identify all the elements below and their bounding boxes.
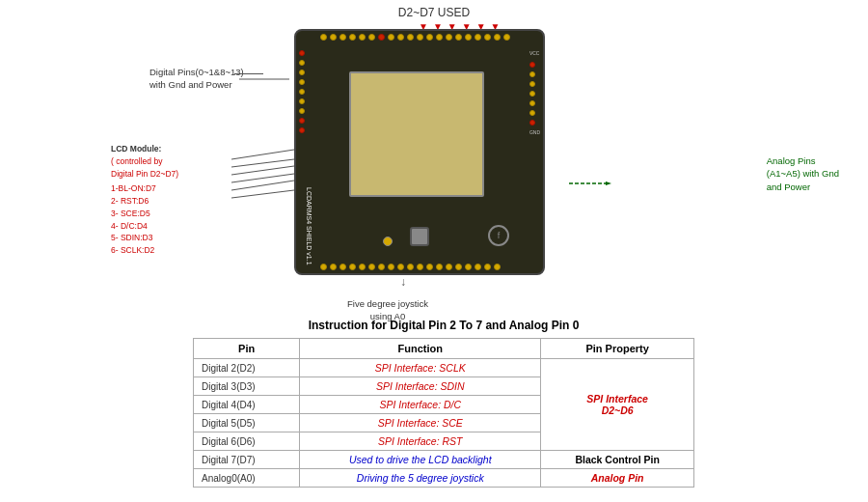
col-header-property: Pin Property [541, 339, 694, 359]
pin-top-17 [475, 34, 481, 41]
pin-bot-10 [407, 264, 414, 270]
pin-bot-6 [368, 264, 375, 270]
pin-top-5 [359, 34, 366, 41]
lcd-screen [349, 71, 484, 197]
pin-bot-1 [320, 264, 327, 270]
table-row: Digital 7(D7) Used to drive the LCD back… [194, 451, 694, 469]
func-d3: SPI Interface: SDIN [300, 377, 541, 396]
pin-left-vcc [299, 127, 305, 133]
pin-bot-18 [484, 264, 491, 270]
table-row: Analog0(A0) Driving the 5 degree joystic… [194, 469, 694, 488]
pin-bot-11 [417, 264, 423, 270]
pin-bot-12 [426, 264, 433, 270]
func-d2: SPI Interface: SCLK [300, 359, 541, 377]
prop-a0: Analog Pin [541, 469, 694, 488]
pin-d2: Digital 2(D2) [194, 359, 300, 377]
pin-top-13 [436, 34, 443, 41]
pin-bot-19 [494, 264, 501, 270]
pin-left-sdin [299, 98, 305, 104]
pin-d3: Digital 3(D3) [194, 377, 300, 396]
func-d6: SPI Interface: RST [300, 432, 541, 451]
pins-bottom [320, 264, 501, 270]
pin-bot-13 [436, 264, 443, 270]
pin-top-3 [339, 34, 346, 41]
pin-right-a2 [529, 81, 535, 87]
table-row: Digital 2(D2) SPI Interface: SCLK SPI In… [194, 359, 694, 377]
pin-right-a5 [529, 110, 535, 116]
prop-d2: SPI InterfaceD2~D6 [541, 359, 694, 451]
pin-top-2 [330, 34, 337, 41]
pin-left-dc [299, 89, 305, 95]
pin-bot-17 [475, 264, 481, 270]
pin-left-sclk [299, 108, 305, 114]
pin-bot-16 [465, 264, 472, 270]
pins-left [299, 50, 305, 133]
table-section: Instruction for Digital Pin 2 To 7 and A… [193, 319, 694, 488]
pin-right-gnd [529, 120, 535, 126]
pin-right-a3 [529, 91, 535, 97]
pin-bot-14 [446, 264, 452, 270]
pin-left-vdd [299, 118, 305, 124]
pin-top-1 [320, 34, 327, 41]
pin-top-6 [368, 34, 375, 41]
pin-bot-7 [378, 264, 385, 270]
pin-bot-15 [455, 264, 462, 270]
col-header-pin: Pin [194, 339, 300, 359]
pin-a0: Analog0(A0) [194, 469, 300, 488]
table-title: Instruction for Digital Pin 2 To 7 and A… [193, 319, 694, 332]
pins-top [320, 34, 510, 41]
pin-top-14 [446, 34, 452, 41]
pin-right-a1 [529, 71, 535, 77]
d2d7-label: D2~D7 USED [398, 6, 470, 19]
pin-top-9 [397, 34, 404, 41]
pin-bot-4 [349, 264, 356, 270]
pin-d4: Digital 4(D4) [194, 396, 300, 414]
pin-bot-3 [339, 264, 346, 270]
lcd-module-label: LCD Module: ( controlled by Digital Pin … [111, 143, 178, 257]
pin-top-12 [426, 34, 433, 41]
pin-top-11 [417, 34, 423, 41]
pins-right: VCC GND [529, 50, 540, 135]
pin-d7: Digital 7(D7) [194, 451, 300, 469]
pin-bot-9 [397, 264, 404, 270]
page-container: D2~D7 USED ▼ ▼ ▼ ▼ ▼ ▼ Digital Pins(0~1&… [0, 0, 868, 502]
pin-top-4 [349, 34, 356, 41]
analog-label: Analog Pins(A1~A5) with Gndand Power [767, 154, 839, 193]
func-d7: Used to drive the LCD backlight [300, 451, 541, 469]
pin-table: Pin Function Pin Property Digital 2(D2) … [193, 338, 694, 488]
pin-top-10 [407, 34, 414, 41]
pin-left-gnd [299, 50, 305, 56]
pin-top-15 [455, 34, 462, 41]
pin-right-vcc [529, 62, 535, 68]
pin-top-18 [484, 34, 491, 41]
board-area: VCC GND [285, 29, 555, 285]
joystick-button [410, 227, 429, 246]
joystick-down-arrow: ↓ [400, 275, 406, 289]
small-component [383, 237, 393, 246]
pin-bot-2 [330, 264, 337, 270]
digital-pins-label: Digital Pins(0~1&8~13)with Gnd and Power [149, 66, 244, 92]
func-d4: SPI Interface: D/C [300, 396, 541, 414]
pin-bot-5 [359, 264, 366, 270]
func-a0: Driving the 5 degree joystick [300, 469, 541, 488]
pin-left-bldn [299, 60, 305, 66]
pin-top-20 [503, 34, 510, 41]
pin-top-19 [494, 34, 501, 41]
svg-marker-2 [606, 181, 611, 185]
func-d5: SPI Interface: SCE [300, 414, 541, 432]
pin-bot-8 [388, 264, 394, 270]
pin-top-8 [388, 34, 394, 41]
pin-left-sce [299, 79, 305, 85]
pin-top-16 [465, 34, 472, 41]
pin-right-a4 [529, 100, 535, 106]
pin-left-rst [299, 70, 305, 75]
board-outer: VCC GND [294, 29, 545, 275]
col-header-function: Function [300, 339, 541, 359]
board-label: LCDARMS4 SHIELD v1.1 [306, 187, 312, 265]
pin-d5: Digital 5(D5) [194, 414, 300, 432]
pin-top-7 [378, 34, 385, 41]
board-logo: f [488, 225, 509, 246]
pin-d6: Digital 6(D6) [194, 432, 300, 451]
prop-d7: Black Control Pin [541, 451, 694, 469]
